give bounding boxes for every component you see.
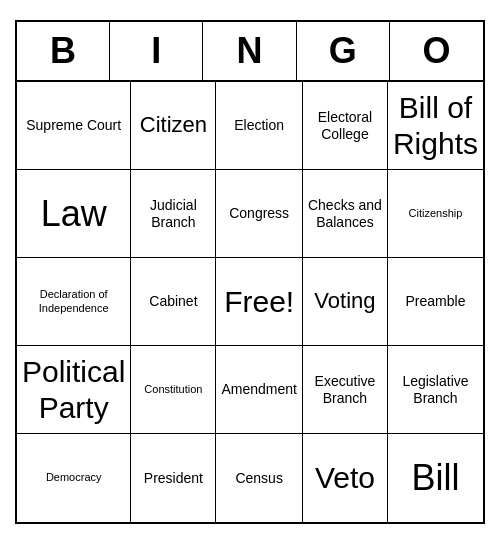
- bingo-cell: Bill: [388, 434, 483, 522]
- cell-text: Voting: [314, 288, 375, 314]
- bingo-cell: Citizenship: [388, 170, 483, 258]
- cell-text: Declaration of Independence: [22, 288, 125, 314]
- bingo-cell: Supreme Court: [17, 82, 131, 170]
- header-letter: I: [110, 22, 203, 80]
- bingo-grid: Supreme CourtCitizenElectionElectoral Co…: [17, 82, 483, 522]
- cell-text: President: [144, 470, 203, 487]
- cell-text: Citizenship: [409, 207, 463, 220]
- cell-text: Law: [41, 192, 107, 235]
- bingo-cell: Checks and Balances: [303, 170, 388, 258]
- bingo-cell: Judicial Branch: [131, 170, 216, 258]
- cell-text: Democracy: [46, 471, 102, 484]
- bingo-cell: Census: [216, 434, 302, 522]
- bingo-card: BINGO Supreme CourtCitizenElectionElecto…: [15, 20, 485, 524]
- bingo-cell: Veto: [303, 434, 388, 522]
- bingo-header: BINGO: [17, 22, 483, 82]
- bingo-cell: Preamble: [388, 258, 483, 346]
- cell-text: Census: [235, 470, 282, 487]
- bingo-cell: Amendment: [216, 346, 302, 434]
- cell-text: Citizen: [140, 112, 207, 138]
- bingo-cell: Executive Branch: [303, 346, 388, 434]
- header-letter: G: [297, 22, 390, 80]
- bingo-cell: Declaration of Independence: [17, 258, 131, 346]
- cell-text: Veto: [315, 460, 375, 496]
- cell-text: Amendment: [221, 381, 296, 398]
- bingo-cell: Free!: [216, 258, 302, 346]
- header-letter: N: [203, 22, 296, 80]
- bingo-cell: Congress: [216, 170, 302, 258]
- cell-text: Election: [234, 117, 284, 134]
- cell-text: Bill: [411, 456, 459, 499]
- bingo-cell: Legislative Branch: [388, 346, 483, 434]
- bingo-cell: Democracy: [17, 434, 131, 522]
- bingo-cell: Electoral College: [303, 82, 388, 170]
- bingo-cell: Citizen: [131, 82, 216, 170]
- bingo-cell: Cabinet: [131, 258, 216, 346]
- cell-text: Executive Branch: [308, 373, 382, 407]
- cell-text: Political Party: [22, 354, 125, 426]
- cell-text: Constitution: [144, 383, 202, 396]
- bingo-cell: President: [131, 434, 216, 522]
- bingo-cell: Election: [216, 82, 302, 170]
- cell-text: Cabinet: [149, 293, 197, 310]
- bingo-cell: Constitution: [131, 346, 216, 434]
- cell-text: Checks and Balances: [308, 197, 382, 231]
- header-letter: O: [390, 22, 483, 80]
- cell-text: Electoral College: [308, 109, 382, 143]
- cell-text: Legislative Branch: [393, 373, 478, 407]
- bingo-cell: Law: [17, 170, 131, 258]
- bingo-cell: Political Party: [17, 346, 131, 434]
- header-letter: B: [17, 22, 110, 80]
- cell-text: Judicial Branch: [136, 197, 210, 231]
- cell-text: Supreme Court: [26, 117, 121, 134]
- bingo-cell: Bill of Rights: [388, 82, 483, 170]
- cell-text: Preamble: [406, 293, 466, 310]
- cell-text: Free!: [224, 284, 294, 320]
- bingo-cell: Voting: [303, 258, 388, 346]
- cell-text: Congress: [229, 205, 289, 222]
- cell-text: Bill of Rights: [393, 90, 478, 162]
